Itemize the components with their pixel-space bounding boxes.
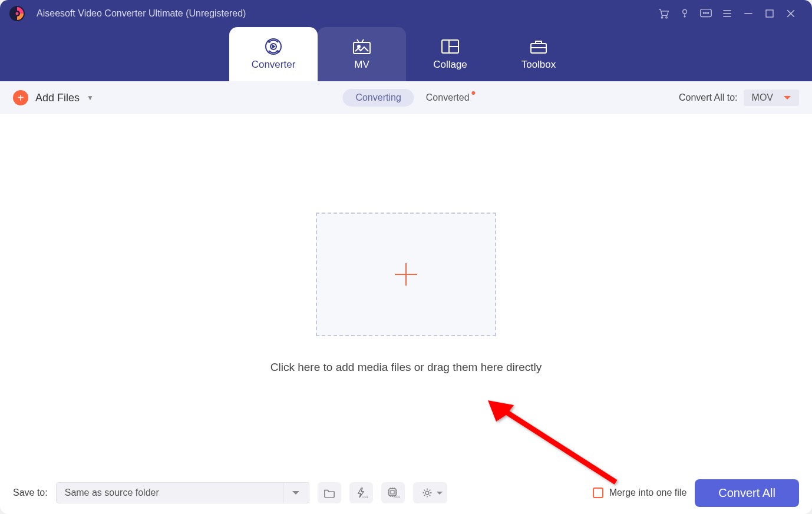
svg-point-5 <box>683 9 687 14</box>
menu-icon[interactable] <box>717 0 738 27</box>
save-to-value: Same as source folder <box>65 488 159 498</box>
drop-hint-text: Click here to add media files or drag th… <box>270 361 542 374</box>
plus-icon: + <box>13 90 28 105</box>
folder-icon <box>323 488 336 498</box>
svg-point-4 <box>666 16 668 18</box>
svg-point-7 <box>703 12 704 14</box>
svg-point-3 <box>661 16 663 18</box>
app-title: Aiseesoft Video Converter Ultimate (Unre… <box>37 8 246 19</box>
main-tabs: Converter MV Collage <box>0 27 812 81</box>
close-icon[interactable] <box>780 0 801 27</box>
purchase-icon[interactable] <box>653 0 674 27</box>
output-format-select[interactable]: MOV <box>744 89 799 106</box>
checkbox-icon <box>593 488 603 498</box>
feedback-icon[interactable] <box>695 0 717 27</box>
bottom-bar: Save to: Same as source folder OFF OFF <box>0 472 812 514</box>
merge-into-one-checkbox[interactable]: Merge into one file <box>593 488 687 498</box>
svg-rect-10 <box>766 10 773 17</box>
chip-off-icon: OFF <box>386 487 400 499</box>
svg-point-8 <box>705 12 707 14</box>
status-converting[interactable]: Converting <box>342 89 414 107</box>
maximize-icon[interactable] <box>759 0 780 27</box>
register-icon[interactable] <box>674 0 695 27</box>
gear-icon <box>421 487 433 499</box>
convert-all-to-group: Convert All to: MOV <box>679 89 799 106</box>
svg-text:OFF: OFF <box>394 495 400 499</box>
tab-converter[interactable]: Converter <box>229 27 318 81</box>
svg-point-2 <box>16 12 19 15</box>
tab-label: Collage <box>433 59 467 71</box>
notification-dot-icon <box>472 91 476 95</box>
collage-icon <box>440 38 460 55</box>
tab-toolbox[interactable]: Toolbox <box>494 27 583 81</box>
main-drop-area: Click here to add media files or drag th… <box>0 114 812 472</box>
toolbar: + Add Files ▼ Converting Converted Conve… <box>0 81 812 114</box>
titlebar: Aiseesoft Video Converter Ultimate (Unre… <box>0 0 812 27</box>
tab-label: Toolbox <box>521 59 556 71</box>
svg-point-14 <box>358 45 360 48</box>
tab-mv[interactable]: MV <box>318 27 406 81</box>
plus-icon <box>390 258 422 290</box>
app-window: Aiseesoft Video Converter Ultimate (Unre… <box>0 0 812 514</box>
status-tabs: Converting Converted <box>342 89 469 107</box>
convert-all-button[interactable]: Convert All <box>695 479 799 507</box>
open-folder-button[interactable] <box>318 482 341 503</box>
add-files-label: Add Files <box>35 92 80 104</box>
save-to-label: Save to: <box>13 488 48 498</box>
high-speed-toggle[interactable]: OFF <box>349 482 373 503</box>
lightning-off-icon: OFF <box>354 487 368 499</box>
mv-icon <box>352 38 372 55</box>
toolbox-icon <box>529 38 549 55</box>
task-settings-button[interactable] <box>413 482 447 503</box>
svg-point-9 <box>708 12 709 14</box>
svg-rect-13 <box>354 42 370 54</box>
chevron-down-icon <box>283 483 309 503</box>
tab-label: MV <box>354 59 369 71</box>
svg-point-21 <box>425 491 429 495</box>
gpu-accel-toggle[interactable]: OFF <box>381 482 405 503</box>
merge-label: Merge into one file <box>609 488 687 498</box>
converter-icon <box>263 38 283 55</box>
svg-text:OFF: OFF <box>362 495 368 499</box>
app-logo-icon <box>8 5 26 22</box>
tab-collage[interactable]: Collage <box>406 27 494 81</box>
status-converted-label: Converted <box>426 92 470 102</box>
add-files-button[interactable]: + Add Files ▼ <box>13 90 94 105</box>
convert-all-to-label: Convert All to: <box>679 92 738 103</box>
drop-zone[interactable] <box>316 213 496 336</box>
status-converted[interactable]: Converted <box>426 92 470 103</box>
chevron-down-icon: ▼ <box>87 94 94 102</box>
format-selected-value: MOV <box>752 92 773 102</box>
save-to-select[interactable]: Same as source folder <box>56 482 309 503</box>
svg-rect-19 <box>391 490 394 494</box>
minimize-icon[interactable] <box>738 0 759 27</box>
tab-label: Converter <box>252 59 296 71</box>
